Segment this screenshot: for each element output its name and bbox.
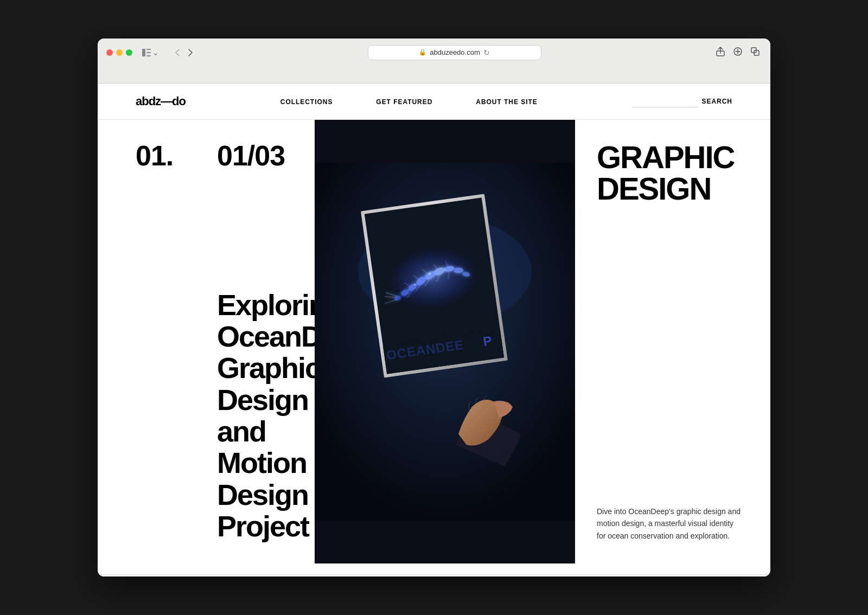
svg-rect-3 — [146, 55, 151, 56]
url-display: abduzeedo.com — [430, 48, 480, 56]
sidebar-chevron-icon: ⌄ — [152, 47, 159, 57]
main-content: 01. 01/03 ExploringOceanDeep'sGraphicDes… — [98, 120, 770, 575]
tab-bar — [106, 66, 762, 83]
traffic-light-fullscreen[interactable] — [126, 49, 132, 56]
nav-link-get-featured[interactable]: GET FEATURED — [376, 98, 432, 106]
search-input[interactable] — [633, 95, 698, 107]
site-nav: abdz—do COLLECTIONS GET FEATURED ABOUT T… — [98, 84, 770, 120]
search-area: SEARCH — [633, 95, 732, 107]
browser-top-bar: ⌄ 🔒 abduzeedo.com — [106, 45, 762, 60]
address-bar[interactable]: 🔒 abduzeedo.com ↻ — [368, 45, 541, 60]
nav-link-collections[interactable]: COLLECTIONS — [280, 98, 333, 106]
search-label[interactable]: SEARCH — [702, 98, 732, 105]
sidebar-toggle-button[interactable]: ⌄ — [139, 46, 162, 59]
lock-icon: 🔒 — [419, 49, 426, 56]
traffic-light-minimize[interactable] — [116, 49, 123, 56]
slide-counter: 01/03 — [217, 140, 285, 171]
browser-nav-controls — [173, 48, 195, 57]
svg-rect-0 — [142, 49, 145, 56]
hero-image-background: OCEANDEE P — [315, 120, 575, 564]
back-button[interactable] — [173, 48, 182, 57]
share-button[interactable] — [714, 46, 727, 60]
col-index: 01. — [98, 120, 206, 564]
svg-rect-2 — [146, 52, 151, 53]
article-title-col: 01/03 ExploringOceanDeep'sGraphicDesign … — [206, 120, 315, 564]
address-bar-wrap: 🔒 abduzeedo.com ↻ — [201, 45, 707, 60]
svg-rect-1 — [146, 49, 151, 50]
new-tab-button[interactable] — [731, 46, 744, 60]
article-headline: ExploringOceanDeep'sGraphicDesign andMot… — [217, 289, 315, 542]
index-number: 01. — [136, 140, 173, 171]
forward-button[interactable] — [186, 48, 195, 57]
browser-actions — [714, 46, 762, 60]
nav-link-about[interactable]: ABOUT THE SITE — [476, 98, 537, 106]
site-content: abdz—do COLLECTIONS GET FEATURED ABOUT T… — [98, 84, 770, 577]
traffic-lights — [106, 49, 132, 56]
traffic-light-close[interactable] — [106, 49, 113, 56]
category-tag: GRAPHICDESIGN — [597, 142, 743, 204]
site-logo[interactable]: abdz—do — [136, 94, 186, 108]
site-footer-line — [98, 574, 770, 576]
browser-chrome: ⌄ 🔒 abduzeedo.com — [98, 39, 770, 84]
hero-illustration: OCEANDEE P — [315, 120, 575, 564]
browser-window: ⌄ 🔒 abduzeedo.com — [98, 39, 770, 577]
col-right: GRAPHICDESIGN Dive into OceanDeep's grap… — [575, 120, 770, 564]
nav-links: COLLECTIONS GET FEATURED ABOUT THE SITE — [186, 97, 633, 106]
hero-image-col: OCEANDEE P — [315, 120, 575, 564]
windows-button[interactable] — [749, 46, 762, 60]
reload-icon: ↻ — [483, 48, 490, 57]
article-description: Dive into OceanDeep's graphic design and… — [597, 505, 743, 542]
